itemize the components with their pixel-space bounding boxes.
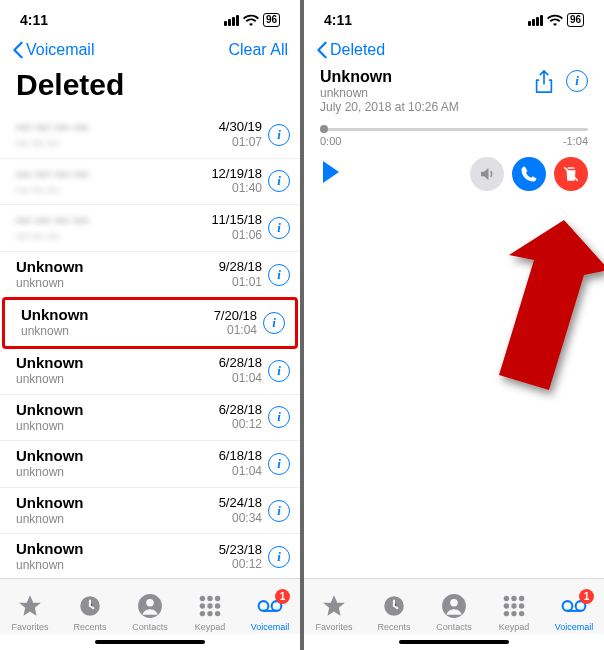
voicemail-row[interactable]: Unknownunknown5/23/1800:12i [0, 534, 300, 578]
tab-voicemail[interactable]: Voicemail1 [546, 593, 602, 632]
tab-bar: FavoritesRecentsContactsKeypadVoicemail1 [0, 578, 300, 634]
svg-point-7 [207, 603, 212, 608]
back-button[interactable]: Deleted [316, 41, 385, 59]
tab-recents[interactable]: Recents [62, 593, 118, 632]
tab-favorites[interactable]: Favorites [306, 593, 362, 632]
chevron-left-icon [12, 41, 24, 59]
tab-contacts[interactable]: Contacts [122, 593, 178, 632]
info-button[interactable]: i [268, 360, 290, 382]
status-right: 96 [224, 13, 280, 27]
voicemail-detail: Unknown unknown July 20, 2018 at 10:26 A… [304, 64, 604, 191]
vm-sub: — — — [16, 136, 219, 152]
vm-sub: unknown [16, 276, 219, 292]
tab-recents[interactable]: Recents [366, 593, 422, 632]
info-button[interactable]: i [268, 546, 290, 568]
back-label: Deleted [330, 41, 385, 59]
call-button[interactable] [512, 157, 546, 191]
wifi-icon [243, 14, 259, 26]
voicemail-row[interactable]: Unknownunknown6/28/1801:04i [0, 348, 300, 395]
vm-date: 5/24/18 [219, 495, 262, 511]
voicemail-row[interactable]: — — — —— — —12/19/1801:40i [0, 159, 300, 206]
favorites-icon [321, 593, 347, 621]
scrub-knob[interactable] [320, 125, 328, 133]
vm-title: — — — — [16, 118, 219, 136]
vm-title: — — — — [16, 211, 211, 229]
contacts-icon [441, 593, 467, 621]
voicemail-row[interactable]: Unknownunknown9/28/1801:01i [0, 252, 300, 299]
battery-icon: 96 [263, 13, 280, 27]
info-button[interactable]: i [566, 70, 588, 92]
voicemail-list[interactable]: — — — —— — —4/30/1901:07i— — — —— — —12/… [0, 112, 300, 578]
battery-icon: 96 [567, 13, 584, 27]
home-indicator [0, 634, 300, 650]
vm-sub: unknown [16, 558, 219, 574]
undelete-button[interactable] [554, 157, 588, 191]
svg-point-22 [519, 603, 524, 608]
svg-point-3 [200, 596, 205, 601]
share-icon [534, 70, 554, 94]
tab-favorites[interactable]: Favorites [2, 593, 58, 632]
info-button[interactable]: i [268, 170, 290, 192]
info-button[interactable]: i [268, 124, 290, 146]
vm-date: 6/18/18 [219, 448, 262, 464]
info-button[interactable]: i [268, 406, 290, 428]
vm-title: Unknown [16, 401, 219, 419]
tab-label: Voicemail [251, 622, 290, 632]
vm-sub: — — — [16, 183, 211, 199]
detail-timestamp: July 20, 2018 at 10:26 AM [320, 100, 534, 114]
play-button[interactable] [320, 160, 342, 188]
tab-label: Voicemail [555, 622, 594, 632]
svg-point-6 [200, 603, 205, 608]
svg-point-10 [207, 611, 212, 616]
nav-bar: Voicemail Clear All [0, 34, 300, 64]
chevron-left-icon [316, 41, 328, 59]
vm-title: Unknown [16, 258, 219, 276]
status-time: 4:11 [20, 12, 48, 28]
tab-contacts[interactable]: Contacts [426, 593, 482, 632]
voicemail-row[interactable]: Unknownunknown7/20/1801:04i [2, 297, 298, 349]
vm-title: — — — — [16, 165, 211, 183]
vm-sub: unknown [16, 372, 219, 388]
svg-point-19 [519, 596, 524, 601]
signal-icon [224, 15, 239, 26]
status-bar: 4:11 96 [304, 0, 604, 34]
vm-date: 5/23/18 [219, 542, 262, 558]
tab-voicemail[interactable]: Voicemail1 [242, 593, 298, 632]
vm-duration: 01:04 [219, 464, 262, 480]
vm-date: 7/20/18 [214, 308, 257, 324]
vm-title: Unknown [21, 306, 214, 324]
vm-title: Unknown [16, 540, 219, 558]
voicemail-row[interactable]: Unknownunknown6/18/1801:04i [0, 441, 300, 488]
share-button[interactable] [534, 70, 554, 98]
vm-duration: 01:04 [219, 371, 262, 387]
back-button[interactable]: Voicemail [12, 41, 94, 59]
clear-all-button[interactable]: Clear All [228, 41, 288, 59]
svg-point-4 [207, 596, 212, 601]
trash-slash-icon [562, 165, 580, 183]
svg-point-25 [519, 611, 524, 616]
voicemail-row[interactable]: — — — —— — —11/15/1801:06i [0, 205, 300, 252]
voicemail-row[interactable]: Unknownunknown5/24/1800:34i [0, 488, 300, 535]
playback-track[interactable]: 0:00 -1:04 [320, 128, 588, 147]
tab-keypad[interactable]: Keypad [486, 593, 542, 632]
tab-bar: FavoritesRecentsContactsKeypadVoicemail1 [304, 578, 604, 634]
info-button[interactable]: i [268, 500, 290, 522]
info-button[interactable]: i [268, 264, 290, 286]
vm-duration: 00:34 [219, 511, 262, 527]
info-button[interactable]: i [263, 312, 285, 334]
signal-icon [528, 15, 543, 26]
speaker-button[interactable] [470, 157, 504, 191]
tab-keypad[interactable]: Keypad [182, 593, 238, 632]
tab-label: Favorites [315, 622, 352, 632]
vm-title: Unknown [16, 447, 219, 465]
voicemail-row[interactable]: Unknownunknown6/28/1800:12i [0, 395, 300, 442]
status-right: 96 [528, 13, 584, 27]
svg-point-21 [511, 603, 516, 608]
voicemail-row[interactable]: — — — —— — —4/30/1901:07i [0, 112, 300, 159]
info-button[interactable]: i [268, 453, 290, 475]
wifi-icon [547, 14, 563, 26]
svg-point-8 [215, 603, 220, 608]
svg-point-20 [504, 603, 509, 608]
vm-date: 4/30/19 [219, 119, 262, 135]
info-button[interactable]: i [268, 217, 290, 239]
